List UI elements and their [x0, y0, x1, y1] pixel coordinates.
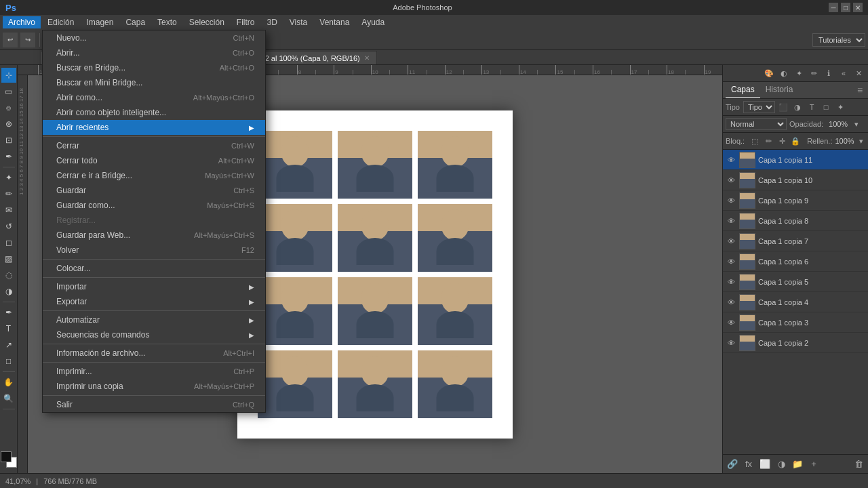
color-swatches[interactable]	[1, 451, 17, 468]
filter-pixel-btn[interactable]: ⬛	[777, 101, 789, 113]
tool-move[interactable]: ⊹	[1, 68, 16, 83]
tool-select-rect[interactable]: ▭	[1, 84, 16, 99]
opacity-arrow-btn[interactable]: ▾	[850, 118, 863, 130]
tool-heal[interactable]: ✦	[1, 170, 16, 185]
lock-all-btn[interactable]: 🔒	[789, 135, 802, 147]
tool-path-select[interactable]: ↗	[1, 338, 16, 352]
tool-clone[interactable]: ✉	[1, 203, 16, 218]
layer-visibility-icon[interactable]: 👁	[726, 195, 736, 206]
tool-dodge[interactable]: ◑	[1, 284, 16, 299]
layer-visibility-icon[interactable]: 👁	[726, 236, 736, 247]
new-fill-layer-btn[interactable]: ◑	[774, 458, 788, 471]
layer-visibility-icon[interactable]: 👁	[726, 216, 736, 226]
menu-item-cerrar[interactable]: CerrarCtrl+W	[43, 138, 265, 153]
brush-presets-icon[interactable]: ✏	[807, 66, 821, 80]
tool-brush[interactable]: ✏	[1, 186, 16, 201]
tool-history-brush[interactable]: ↺	[1, 219, 16, 234]
tool-pen[interactable]: ✒	[1, 305, 16, 320]
layer-visibility-icon[interactable]: 👁	[726, 175, 736, 186]
menu-item-imprimirunacopia[interactable]: Imprimir una copiaAlt+Mayús+Ctrl+P	[43, 379, 265, 394]
menu-item-imprimir[interactable]: Imprimir...Ctrl+P	[43, 364, 265, 379]
layer-style-btn[interactable]: fx	[742, 458, 755, 471]
menu-ayuda[interactable]: Ayuda	[356, 16, 390, 28]
menu-item-buscarenbridge[interactable]: Buscar en Bridge...Alt+Ctrl+O	[43, 60, 265, 75]
add-mask-btn[interactable]: ⬜	[758, 458, 772, 471]
layer-row[interactable]: 👁Capa 1 copia 2	[723, 333, 868, 353]
filter-type-btn[interactable]: T	[806, 101, 818, 113]
foreground-color-swatch[interactable]	[1, 451, 12, 462]
layer-row[interactable]: 👁Capa 1 copia 7	[723, 231, 868, 251]
menu-ventana[interactable]: Ventana	[314, 16, 355, 28]
close-button[interactable]: ✕	[853, 3, 863, 12]
new-layer-btn[interactable]: +	[807, 458, 821, 471]
fill-value[interactable]: 100%	[835, 137, 854, 145]
toolbar-btn-2[interactable]: ↪	[20, 33, 35, 47]
adjustments-icon[interactable]: ◐	[777, 66, 791, 80]
layer-row[interactable]: 👁Capa 1 copia 9	[723, 190, 868, 211]
tool-blur[interactable]: ◌	[1, 268, 16, 283]
layer-row[interactable]: 👁Capa 1 copia 4	[723, 292, 868, 312]
archivo-dropdown-menu[interactable]: Nuevo...Ctrl+NAbrir...Ctrl+OBuscar en Br…	[42, 30, 266, 413]
tab-historia[interactable]: Historia	[760, 82, 799, 98]
menu-item-secuenciasdecomandos[interactable]: Secuencias de comandos▶	[43, 327, 265, 342]
close-panel-icon[interactable]: ✕	[852, 66, 865, 80]
lock-image-btn[interactable]: ✏	[762, 135, 774, 147]
link-layers-btn[interactable]: 🔗	[726, 458, 739, 471]
panel-menu-button[interactable]: ≡	[854, 85, 865, 96]
menu-item-buscarenminibridge[interactable]: Buscar en Mini Bridge...	[43, 75, 265, 90]
menu-item-cerrartodo[interactable]: Cerrar todoAlt+Ctrl+W	[43, 153, 265, 168]
menu-item-guardar[interactable]: GuardarCtrl+S	[43, 183, 265, 198]
layer-row[interactable]: 👁Capa 1 copia 11	[723, 150, 868, 170]
menu-filtro[interactable]: Filtro	[231, 16, 260, 28]
layer-row[interactable]: 👁Capa 1 copia 10	[723, 170, 868, 190]
menu-vista[interactable]: Vista	[284, 16, 313, 28]
maximize-button[interactable]: □	[841, 3, 850, 12]
menu-3d[interactable]: 3D	[261, 16, 282, 28]
new-group-btn[interactable]: 📁	[791, 458, 804, 471]
menu-item-importar[interactable]: Importar▶	[43, 279, 265, 294]
tool-hand[interactable]: ✋	[1, 375, 16, 390]
layer-visibility-icon[interactable]: 👁	[726, 155, 736, 165]
menu-seleccion[interactable]: Selección	[184, 16, 230, 28]
menu-item-colocar[interactable]: Colocar...	[43, 261, 265, 276]
tool-quick-select[interactable]: ⊛	[1, 117, 16, 131]
filter-shape-btn[interactable]: □	[820, 101, 832, 113]
menu-item-cerrareirabridge[interactable]: Cerrar e ir a Bridge...Mayús+Ctrl+W	[43, 168, 265, 183]
tool-shape[interactable]: □	[1, 354, 16, 369]
menu-archivo[interactable]: Archivo	[3, 16, 41, 28]
toolbar-btn-1[interactable]: ↩	[3, 33, 18, 47]
tool-gradient[interactable]: ▨	[1, 251, 16, 266]
tab-capas[interactable]: Capas	[726, 82, 760, 98]
filter-type-select[interactable]: Tipo	[743, 101, 775, 113]
layer-visibility-icon[interactable]: 👁	[726, 338, 736, 348]
color-picker-icon[interactable]: 🎨	[762, 66, 776, 80]
layer-row[interactable]: 👁Capa 1 copia 3	[723, 312, 868, 333]
menu-item-nuevo[interactable]: Nuevo...Ctrl+N	[43, 30, 265, 45]
menu-item-guardarcomo[interactable]: Guardar como...Mayús+Ctrl+S	[43, 198, 265, 213]
filter-smart-btn[interactable]: ✦	[834, 101, 846, 113]
layer-visibility-icon[interactable]: 👁	[726, 277, 736, 287]
opacity-value[interactable]: 100%	[826, 120, 848, 128]
menu-texto[interactable]: Texto	[152, 16, 182, 28]
menu-imagen[interactable]: Imagen	[81, 16, 119, 28]
menu-item-automatizar[interactable]: Automatizar▶	[43, 312, 265, 327]
menu-item-exportar[interactable]: Exportar▶	[43, 294, 265, 309]
layer-visibility-icon[interactable]: 👁	[726, 297, 736, 308]
menu-item-volver[interactable]: VolverF12	[43, 243, 265, 258]
layer-visibility-icon[interactable]: 👁	[726, 256, 736, 267]
menu-item-abrircomoobjetointeligente[interactable]: Abrir como objeto inteligente...	[43, 105, 265, 120]
layer-row[interactable]: 👁Capa 1 copia 6	[723, 251, 868, 272]
menu-edicion[interactable]: Edición	[42, 16, 79, 28]
minimize-panel-icon[interactable]: «	[837, 66, 850, 80]
minimize-button[interactable]: ─	[829, 3, 838, 12]
layer-visibility-icon[interactable]: 👁	[726, 317, 736, 328]
menu-item-salir[interactable]: SalirCtrl+Q	[43, 397, 265, 412]
delete-layer-btn[interactable]: 🗑	[852, 458, 865, 471]
menu-item-abrirrecientes[interactable]: Abrir recientes▶	[43, 120, 265, 135]
menu-item-guardarparaweb[interactable]: Guardar para Web...Alt+Mayús+Ctrl+S	[43, 228, 265, 243]
layer-row[interactable]: 👁Capa 1 copia 8	[723, 211, 868, 231]
menu-capa[interactable]: Capa	[120, 16, 151, 28]
tool-eraser[interactable]: ◻	[1, 235, 16, 250]
menu-item-abrircomo[interactable]: Abrir como...Alt+Mayús+Ctrl+O	[43, 90, 265, 105]
tool-lasso[interactable]: ⌾	[1, 100, 16, 115]
